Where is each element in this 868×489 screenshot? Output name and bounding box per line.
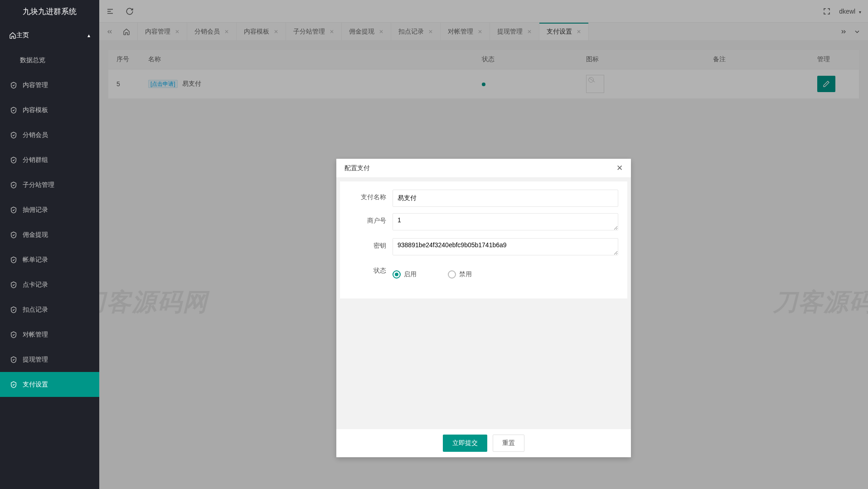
brand-logo: 九块九进群系统 [0, 0, 99, 23]
menu-distribute-group[interactable]: 分销群组 [0, 147, 99, 172]
menu-commission-record[interactable]: 抽佣记录 [0, 197, 99, 222]
menu-main-sub: 数据总览 [0, 48, 99, 73]
menu-withdraw-manage[interactable]: 提现管理 [0, 347, 99, 372]
label-pay-name: 支付名称 [349, 190, 393, 201]
menu-item-label: 佣金提现 [23, 231, 48, 239]
home-icon [9, 32, 16, 39]
sidebar-menu: 主页 ▴ 数据总览 内容管理 内容模板 分销会员 分销群组 [0, 23, 99, 489]
shield-check-icon [9, 181, 18, 189]
menu-distribute-member[interactable]: 分销会员 [0, 122, 99, 147]
input-secret[interactable] [393, 238, 618, 255]
menu-item-label: 抽佣记录 [23, 206, 48, 214]
menu-content-manage[interactable]: 内容管理 [0, 73, 99, 98]
modal-header: 配置支付 ✕ [336, 159, 631, 178]
menu-item-label: 对帐管理 [23, 331, 48, 339]
status-radio-group: 启用 禁用 [393, 263, 618, 279]
menu-item-label: 支付设置 [23, 381, 48, 389]
modal-close-button[interactable]: ✕ [616, 163, 623, 173]
menu-substation[interactable]: 子分站管理 [0, 172, 99, 197]
menu-reconcile[interactable]: 对帐管理 [0, 322, 99, 347]
shield-check-icon [9, 107, 18, 114]
row-pay-name: 支付名称 [349, 190, 618, 207]
menu-item-label: 点卡记录 [23, 281, 48, 289]
menu-item-label: 分销会员 [23, 131, 48, 139]
label-secret: 密钥 [349, 238, 393, 250]
input-pay-name[interactable] [393, 190, 618, 207]
menu-content-template[interactable]: 内容模板 [0, 98, 99, 122]
menu-main[interactable]: 主页 ▴ [0, 23, 99, 48]
menu-item-label: 内容模板 [23, 106, 48, 114]
menu-group-main: 主页 ▴ 数据总览 [0, 23, 99, 73]
radio-off-icon [448, 270, 456, 279]
reset-button[interactable]: 重置 [493, 435, 524, 452]
shield-check-icon [9, 156, 18, 164]
menu-commission-withdraw[interactable]: 佣金提现 [0, 222, 99, 247]
modal-spacer [336, 302, 631, 429]
shield-check-icon [9, 256, 18, 264]
modal-footer: 立即提交 重置 [336, 429, 631, 457]
radio-enable[interactable]: 启用 [393, 267, 436, 279]
menu-item-label: 提现管理 [23, 356, 48, 364]
shield-check-icon [9, 231, 18, 239]
menu-item-label: 分销群组 [23, 156, 48, 164]
shield-check-icon [9, 306, 18, 313]
chevron-up-icon: ▴ [87, 32, 90, 39]
menu-main-label: 主页 [16, 31, 29, 39]
menu-deduct-record[interactable]: 扣点记录 [0, 297, 99, 322]
label-merchant: 商户号 [349, 213, 393, 225]
menu-item-label: 子分站管理 [23, 181, 54, 189]
config-pay-modal: 配置支付 ✕ 支付名称 商户号 密钥 状态 [336, 159, 631, 457]
shield-check-icon [9, 132, 18, 139]
modal-overlay[interactable]: 配置支付 ✕ 支付名称 商户号 密钥 状态 [99, 0, 868, 489]
shield-check-icon [9, 331, 18, 338]
radio-enable-label: 启用 [404, 270, 417, 279]
menu-overview-label: 数据总览 [20, 56, 45, 64]
row-merchant: 商户号 [349, 213, 618, 232]
shield-check-icon [9, 82, 18, 89]
menu-pay-settings[interactable]: 支付设置 [0, 372, 99, 397]
shield-check-icon [9, 356, 18, 363]
row-status: 状态 启用 禁用 [349, 263, 618, 279]
sidebar: 九块九进群系统 主页 ▴ 数据总览 内容管理 内容模板 [0, 0, 99, 489]
label-status: 状态 [349, 263, 393, 275]
submit-button[interactable]: 立即提交 [443, 435, 487, 452]
menu-overview[interactable]: 数据总览 [0, 48, 99, 73]
shield-check-icon [9, 206, 18, 214]
menu-card-record[interactable]: 点卡记录 [0, 272, 99, 297]
menu-item-label: 扣点记录 [23, 306, 48, 314]
main: dkewl ▾ 内容管理✕ 分销会员✕ 内容模板✕ 子分站管理✕ 佣金提现✕ 扣… [99, 0, 868, 489]
menu-bill-record[interactable]: 帐单记录 [0, 247, 99, 272]
radio-disable-label: 禁用 [459, 270, 472, 279]
modal-title: 配置支付 [344, 164, 616, 172]
row-secret: 密钥 [349, 238, 618, 257]
shield-check-icon [9, 381, 18, 388]
shield-check-icon [9, 281, 18, 289]
radio-disable[interactable]: 禁用 [448, 267, 491, 279]
input-merchant[interactable] [393, 213, 618, 230]
modal-body: 支付名称 商户号 密钥 状态 [340, 181, 627, 298]
radio-on-icon [393, 270, 401, 279]
menu-item-label: 内容管理 [23, 81, 48, 89]
menu-item-label: 帐单记录 [23, 256, 48, 264]
